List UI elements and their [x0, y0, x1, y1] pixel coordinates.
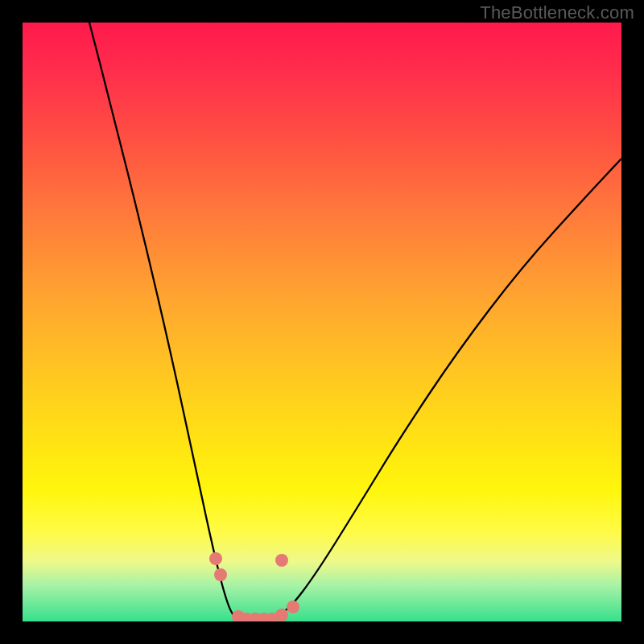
- marker-point: [214, 568, 227, 581]
- marker-point: [275, 609, 288, 621]
- chart-frame: TheBottleneck.com: [0, 0, 644, 644]
- curve-group: [89, 23, 621, 620]
- marker-point: [287, 601, 299, 613]
- curve-curve-left: [89, 23, 237, 619]
- marker-point: [275, 554, 288, 567]
- chart-overlay: [23, 23, 621, 621]
- curve-curve-right: [272, 159, 621, 619]
- chart-plot-area: [23, 23, 621, 621]
- watermark-text: TheBottleneck.com: [480, 2, 634, 23]
- marker-point: [209, 552, 222, 565]
